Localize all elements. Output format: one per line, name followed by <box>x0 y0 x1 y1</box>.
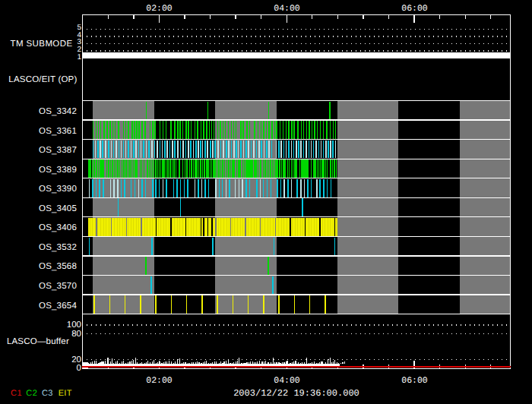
svg-text:TM SUBMODE: TM SUBMODE <box>11 39 73 49</box>
svg-text:OS_3390: OS_3390 <box>39 185 77 194</box>
svg-text:06:00: 06:00 <box>401 376 428 386</box>
svg-text:OS_3405: OS_3405 <box>39 204 77 213</box>
svg-text:OS_3406: OS_3406 <box>39 223 77 232</box>
svg-text:2003/12/22 19:36:00.000: 2003/12/22 19:36:00.000 <box>233 388 359 399</box>
svg-text:OS_3570: OS_3570 <box>39 282 77 291</box>
svg-text:LASCO—buffer: LASCO—buffer <box>7 337 69 346</box>
svg-text:EIT: EIT <box>59 389 72 398</box>
svg-text:80: 80 <box>71 330 81 339</box>
svg-text:OS_3389: OS_3389 <box>39 166 77 175</box>
svg-text:OS_3532: OS_3532 <box>39 243 77 252</box>
svg-text:1: 1 <box>77 53 81 62</box>
svg-text:04:00: 04:00 <box>274 4 300 14</box>
svg-text:OS_3654: OS_3654 <box>39 301 77 311</box>
svg-text:02:00: 02:00 <box>146 376 173 386</box>
svg-text:0: 0 <box>77 364 81 373</box>
svg-text:C3: C3 <box>42 389 53 398</box>
svg-text:OS_3342: OS_3342 <box>39 107 77 116</box>
svg-text:OS_3387: OS_3387 <box>39 146 77 155</box>
svg-text:100: 100 <box>67 320 81 330</box>
svg-text:OS_3361: OS_3361 <box>39 127 77 136</box>
svg-text:C1: C1 <box>11 389 22 398</box>
svg-text:C2: C2 <box>26 389 37 398</box>
svg-text:OS_3568: OS_3568 <box>39 262 77 271</box>
svg-text:02:00: 02:00 <box>146 4 173 14</box>
svg-text:06:00: 06:00 <box>401 4 428 14</box>
svg-text:04:00: 04:00 <box>274 376 300 386</box>
svg-text:LASCO/EIT (OP): LASCO/EIT (OP) <box>8 75 77 84</box>
